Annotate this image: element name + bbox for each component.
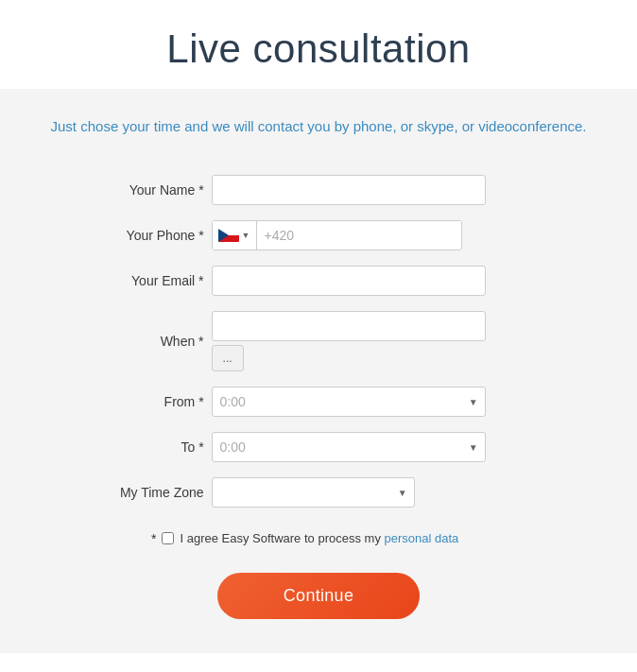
page-title: Live consultation [19, 26, 618, 72]
your-name-row: Your Name * [38, 172, 599, 208]
agree-asterisk: * [151, 531, 156, 546]
from-select[interactable]: 0:00 1:00 2:00 3:00 6:00 9:00 12:00 15:0… [212, 387, 486, 417]
phone-wrapper: ▼ [212, 220, 462, 250]
agree-checkbox[interactable] [162, 532, 174, 544]
your-name-input-cell [208, 172, 599, 208]
your-email-row: Your Email * [38, 263, 599, 299]
agree-row: * I agree Easy Software to process my pe… [38, 529, 599, 548]
page-header: Live consultation [0, 0, 637, 89]
to-select[interactable]: 0:00 1:00 2:00 3:00 6:00 9:00 12:00 15:0… [212, 432, 486, 462]
from-select-wrapper: 0:00 1:00 2:00 3:00 6:00 9:00 12:00 15:0… [212, 387, 486, 417]
timezone-row: My Time Zone UTC-12:00 UTC-8:00 (PST) UT… [38, 474, 599, 510]
from-row: From * 0:00 1:00 2:00 3:00 6:00 9:00 12:… [38, 384, 599, 420]
from-input-cell: 0:00 1:00 2:00 3:00 6:00 9:00 12:00 15:0… [208, 384, 599, 420]
your-name-label: Your Name * [38, 172, 208, 208]
flag-dropdown-arrow: ▼ [242, 231, 250, 240]
when-input-cell: ... [208, 308, 599, 374]
country-selector[interactable]: ▼ [213, 221, 257, 250]
timezone-select-wrapper: UTC-12:00 UTC-8:00 (PST) UTC-5:00 (EST) … [212, 477, 415, 508]
to-label: To * [38, 429, 208, 465]
when-label: When * [38, 308, 208, 374]
to-input-cell: 0:00 1:00 2:00 3:00 6:00 9:00 12:00 15:0… [208, 429, 599, 465]
continue-btn-wrapper: Continue [38, 573, 599, 619]
your-phone-input-cell: ▼ [208, 217, 599, 253]
from-label: From * [38, 384, 208, 420]
to-row: To * 0:00 1:00 2:00 3:00 6:00 9:00 12:00… [38, 429, 599, 465]
personal-data-link[interactable]: personal data [385, 531, 459, 545]
your-email-label: Your Email * [38, 263, 208, 299]
timezone-input-cell: UTC-12:00 UTC-8:00 (PST) UTC-5:00 (EST) … [208, 474, 599, 510]
agree-text: I agree Easy Software to process my pers… [180, 529, 458, 548]
when-row: When * ... [38, 308, 599, 374]
czech-flag-icon [218, 229, 239, 242]
consultation-form: Your Name * Your Phone * ▼ [38, 163, 599, 520]
your-email-input[interactable] [212, 266, 486, 296]
your-email-input-cell [208, 263, 599, 299]
your-phone-label: Your Phone * [38, 217, 208, 253]
to-select-wrapper: 0:00 1:00 2:00 3:00 6:00 9:00 12:00 15:0… [212, 432, 486, 462]
calendar-button[interactable]: ... [212, 345, 244, 371]
timezone-label: My Time Zone [38, 474, 208, 510]
intro-text: Just chose your time and we will contact… [38, 115, 599, 138]
continue-button[interactable]: Continue [217, 573, 420, 619]
timezone-select[interactable]: UTC-12:00 UTC-8:00 (PST) UTC-5:00 (EST) … [212, 477, 415, 508]
when-input[interactable] [212, 311, 486, 341]
your-name-input[interactable] [212, 175, 486, 205]
phone-number-input[interactable] [257, 221, 461, 250]
your-phone-row: Your Phone * ▼ [38, 217, 599, 253]
main-content: Just chose your time and we will contact… [0, 89, 637, 653]
